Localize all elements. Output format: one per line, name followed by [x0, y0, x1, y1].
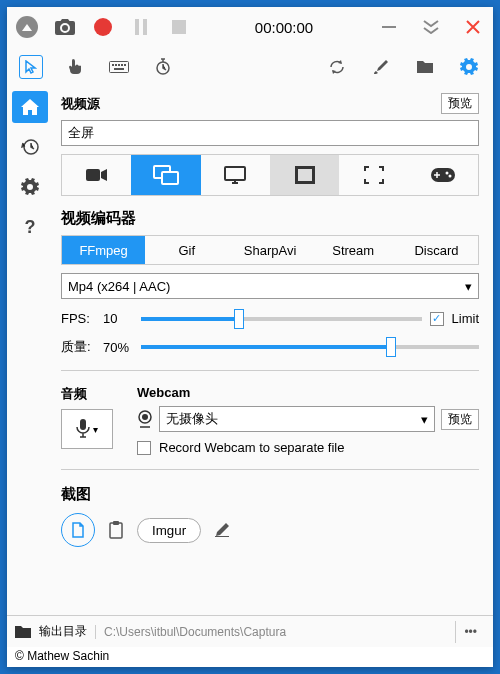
svg-rect-12: [225, 167, 245, 180]
encoder-tab-ffmpeg[interactable]: FFmpeg: [62, 236, 145, 264]
quality-value: 70%: [103, 340, 133, 355]
svg-rect-21: [113, 521, 119, 525]
encoder-tab-gif[interactable]: Gif: [145, 236, 228, 264]
source-select[interactable]: 全屏: [61, 120, 479, 146]
source-game[interactable]: [409, 155, 478, 195]
svg-rect-17: [80, 419, 86, 430]
svg-point-15: [446, 172, 449, 175]
screenshot-imgur-button[interactable]: Imgur: [137, 518, 201, 543]
svg-rect-6: [114, 68, 124, 70]
webcam-heading: Webcam: [137, 385, 479, 400]
sidebar-recent[interactable]: [12, 131, 48, 163]
audio-mic-button[interactable]: ▾: [61, 409, 113, 449]
cursor-tool[interactable]: [19, 55, 43, 79]
encoder-tab-sharpavi[interactable]: SharpAvi: [228, 236, 311, 264]
more-button[interactable]: •••: [455, 621, 485, 643]
svg-rect-5: [124, 64, 126, 66]
svg-rect-3: [118, 64, 120, 66]
chevron-down-icon: ▾: [421, 412, 428, 427]
svg-rect-1: [112, 64, 114, 66]
click-tool[interactable]: [63, 55, 87, 79]
svg-rect-2: [115, 64, 117, 66]
brush-icon[interactable]: [369, 55, 393, 79]
webcam-icon: [137, 410, 153, 428]
quality-slider[interactable]: [141, 345, 479, 349]
camera-icon[interactable]: [53, 15, 77, 39]
pause-button: [129, 15, 153, 39]
mic-icon: [76, 419, 90, 439]
webcam-selected: 无摄像头: [166, 410, 218, 428]
source-selected: 全屏: [68, 124, 94, 142]
svg-rect-9: [86, 169, 100, 181]
chevron-down-icon: ▾: [465, 279, 472, 294]
webcam-separate-checkbox[interactable]: [137, 441, 151, 455]
close-button[interactable]: [461, 15, 485, 39]
svg-rect-20: [110, 523, 122, 538]
folder-icon[interactable]: [413, 55, 437, 79]
source-screens[interactable]: [131, 155, 200, 195]
timer-tool[interactable]: [151, 55, 175, 79]
settings-icon[interactable]: [457, 55, 481, 79]
webcam-select[interactable]: 无摄像头 ▾: [159, 406, 435, 432]
output-path[interactable]: C:\Users\itbul\Documents\Captura: [95, 625, 447, 639]
source-heading: 视频源: [61, 95, 100, 113]
screenshot-heading: 截图: [61, 484, 479, 505]
encoder-format-select[interactable]: Mp4 (x264 | AAC) ▾: [61, 273, 479, 299]
svg-rect-13: [296, 168, 313, 183]
preview-button[interactable]: 预览: [441, 93, 479, 114]
webcam-preview-button[interactable]: 预览: [441, 409, 479, 430]
folder-icon[interactable]: [15, 626, 31, 638]
fps-limit-label: Limit: [452, 311, 479, 326]
screenshot-file-button[interactable]: [61, 513, 95, 547]
timer-display: 00:00:00: [191, 19, 377, 36]
svg-point-16: [449, 175, 452, 178]
copyright: © Mathew Sachin: [7, 647, 493, 667]
audio-heading: 音频: [61, 385, 121, 403]
screenshot-clipboard-button[interactable]: [109, 521, 123, 539]
minimize-button[interactable]: [377, 15, 401, 39]
source-region[interactable]: [339, 155, 408, 195]
record-button[interactable]: [91, 15, 115, 39]
encoder-heading: 视频编码器: [61, 208, 479, 229]
expand-button[interactable]: [419, 15, 443, 39]
fps-label: FPS:: [61, 311, 95, 326]
encoder-selected: Mp4 (x264 | AAC): [68, 279, 170, 294]
sidebar-help[interactable]: ?: [12, 211, 48, 243]
output-label: 输出目录: [39, 623, 87, 640]
svg-rect-0: [110, 62, 129, 73]
screenshot-edit-button[interactable]: [215, 523, 229, 537]
encoder-tab-stream[interactable]: Stream: [312, 236, 395, 264]
svg-point-19: [142, 414, 148, 420]
webcam-separate-label: Record Webcam to separate file: [159, 440, 344, 455]
source-camera[interactable]: [62, 155, 131, 195]
stop-button: [167, 15, 191, 39]
source-monitor[interactable]: [201, 155, 270, 195]
keyboard-tool[interactable]: [107, 55, 131, 79]
chevron-down-icon: ▾: [93, 424, 98, 435]
svg-rect-4: [121, 64, 123, 66]
svg-rect-11: [162, 172, 178, 184]
encoder-tab-discard[interactable]: Discard: [395, 236, 478, 264]
source-window[interactable]: [270, 155, 339, 195]
collapse-button[interactable]: [15, 15, 39, 39]
refresh-icon[interactable]: [325, 55, 349, 79]
quality-label: 质量:: [61, 338, 95, 356]
sidebar-home[interactable]: [12, 91, 48, 123]
fps-limit-checkbox[interactable]: ✓: [430, 312, 444, 326]
fps-slider[interactable]: [141, 317, 422, 321]
fps-value: 10: [103, 311, 133, 326]
sidebar-settings[interactable]: [12, 171, 48, 203]
